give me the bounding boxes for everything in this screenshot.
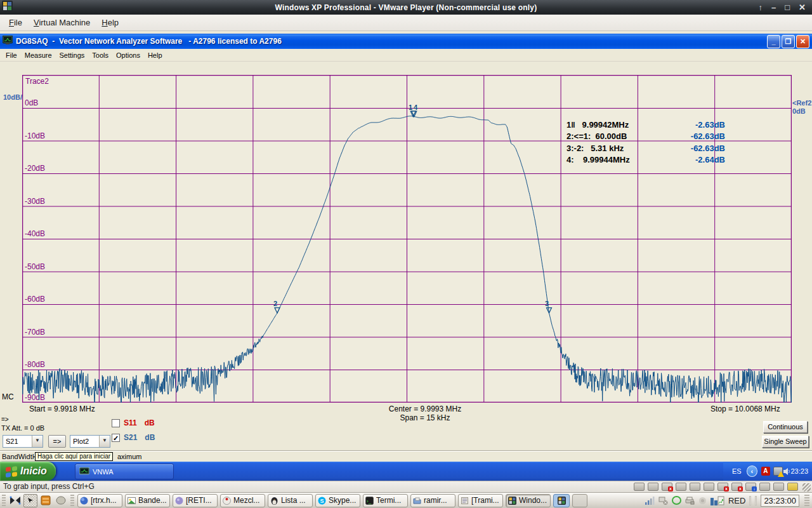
marker-4-label: 4 <box>414 104 418 111</box>
readout-3-value: -62.63dB <box>691 144 725 155</box>
file-cabinet-launcher-icon[interactable] <box>39 494 53 507</box>
device-hdd-icon[interactable] <box>634 483 645 491</box>
menu-help[interactable]: Help <box>96 16 124 29</box>
s11-checkbox[interactable] <box>112 419 120 427</box>
readout-1-value: -2.63dB <box>695 120 725 131</box>
ref-level-label: <Ref2 0dB <box>792 99 811 116</box>
signal-strength-icon[interactable] <box>645 497 655 505</box>
device-serial-icon[interactable] <box>773 483 784 491</box>
single-sweep-button[interactable]: Single Sweep <box>762 436 809 448</box>
vnwa-client-area: 10dB/ MC <Ref2 0dB <box>0 62 812 451</box>
device-sound-icon[interactable] <box>704 483 714 491</box>
device-usb-disconnected-icon[interactable]: x <box>717 483 728 491</box>
continuous-button[interactable]: Continuous <box>763 421 808 433</box>
folder-icon <box>413 497 421 505</box>
taskbar-window-skype[interactable]: S Skype... <box>315 494 360 507</box>
taskbar-window-reti[interactable]: [RETI... <box>173 494 218 507</box>
panel-separator <box>70 495 74 507</box>
marker-3-label: 3 <box>545 300 549 307</box>
vmware-logo-icon <box>2 1 13 14</box>
penguin-icon <box>270 497 278 505</box>
taskbar-window-ramir[interactable]: ramir... <box>410 494 455 507</box>
vmware-statusbar: To grab input, press Ctrl+G x x x ↓ <box>0 481 812 492</box>
taskbar-window-bande[interactable]: Bande... <box>125 494 170 507</box>
trace-markers <box>275 111 552 313</box>
start-button[interactable]: Inicio <box>0 462 56 481</box>
menu-file[interactable]: File <box>4 16 27 29</box>
vnwa-minimize-button[interactable]: _ <box>767 35 780 48</box>
route-arrow-label: => <box>1 416 9 423</box>
close-button[interactable]: ✕ <box>799 3 806 12</box>
show-desktop-button[interactable] <box>23 494 37 507</box>
inactive-spiral-icon[interactable] <box>698 497 707 505</box>
plot-select[interactable]: Plot2 ▼ <box>70 435 110 448</box>
vnwa-menu-settings[interactable]: Settings <box>58 50 91 60</box>
adobe-reader-tray-icon[interactable]: A <box>761 467 769 476</box>
device-display-disconnected-icon[interactable]: x <box>731 483 742 491</box>
unity-button[interactable]: ↑ <box>759 3 763 12</box>
taskbar-button-vnwa[interactable]: VNWA <box>75 464 174 479</box>
device-cdrom-icon[interactable] <box>648 483 658 491</box>
taskbar-empty-button[interactable] <box>572 494 587 507</box>
host-system-tray: RED 23:23:00 <box>645 495 812 507</box>
vnwa-menu-help[interactable]: Help <box>146 50 168 60</box>
mixer-icon <box>223 497 231 505</box>
chevron-down-icon[interactable]: ▼ <box>32 436 43 447</box>
vnwa-app-icon <box>3 36 13 47</box>
menu-virtual-machine[interactable]: Virtual Machine <box>29 16 95 29</box>
chevron-down-icon[interactable]: ▼ <box>99 436 110 447</box>
taskbar-vmware-icon-button[interactable] <box>553 494 570 507</box>
trace-title: Trace2 <box>25 77 49 86</box>
device-network-icon[interactable] <box>759 483 770 491</box>
taskbar-window-rtrx[interactable]: [rtrx.h... <box>77 494 122 507</box>
panel-grip[interactable] <box>804 495 809 506</box>
maximize-button[interactable]: □ <box>785 3 790 12</box>
taskbar-window-termi[interactable]: ›_ Termi... <box>363 494 408 507</box>
sphere-icon <box>80 497 88 505</box>
taskbar-window-mezcl[interactable]: Mezcl... <box>220 494 265 507</box>
workspace-launcher-icon[interactable] <box>54 494 68 507</box>
svg-text:-90dB: -90dB <box>25 393 45 402</box>
network-offline-icon[interactable] <box>658 497 668 505</box>
svg-text:-80dB: -80dB <box>25 360 45 369</box>
system-monitor-icon[interactable] <box>710 496 724 505</box>
vnwa-menu-file[interactable]: File <box>4 50 23 60</box>
minimize-button[interactable]: – <box>771 3 776 12</box>
y-scale-label: 10dB/ <box>3 93 22 101</box>
orb-icon <box>175 497 183 505</box>
xp-clock[interactable]: 23:23 <box>790 467 808 475</box>
print-job-icon[interactable] <box>685 497 695 505</box>
language-indicator[interactable]: ES <box>732 467 742 475</box>
panel-drag-handle[interactable] <box>2 495 6 507</box>
vnwa-menu-options[interactable]: Options <box>114 50 146 60</box>
device-usb-connected-icon[interactable]: ↓ <box>745 483 756 491</box>
sparam-select[interactable]: S21 ▼ <box>3 435 43 448</box>
taskbar-window-vmware-active[interactable]: Windo... <box>506 494 551 507</box>
vnwa-restore-button[interactable]: ❐ <box>782 35 795 48</box>
device-printer-icon[interactable] <box>690 483 700 491</box>
mc-label: MC <box>2 392 14 401</box>
xp-taskbar: Inicio VNWA ES ‹ A 23:23 <box>0 462 812 481</box>
taskbar-window-trami[interactable]: [Trami... <box>458 494 503 507</box>
readout-2-label: 2:<=1: 60.00dB <box>566 131 627 143</box>
svg-text:-20dB: -20dB <box>25 164 45 173</box>
vnwa-menu-measure[interactable]: Measure <box>23 50 58 60</box>
vnwa-titlebar: DG8SAQ - Vector Network Analyzer Softwar… <box>0 34 812 49</box>
s21-checkbox[interactable]: ✓ <box>112 434 120 442</box>
vnwa-close-button[interactable]: ✕ <box>796 35 809 48</box>
hide-icons-chevron-icon[interactable]: ‹ <box>747 465 757 477</box>
taskbar-window-lista[interactable]: Lista ... <box>268 494 313 507</box>
vm-status-tray-icon[interactable] <box>773 467 783 476</box>
vnwa-menu-tools[interactable]: Tools <box>90 50 114 60</box>
route-button[interactable]: => <box>48 435 66 448</box>
device-usb-controller-icon[interactable] <box>676 483 686 491</box>
vmware-notes-icon[interactable] <box>787 483 798 491</box>
svg-text:-50dB: -50dB <box>25 262 45 271</box>
window-manager-icon[interactable] <box>8 494 22 507</box>
network-name-label[interactable]: RED <box>728 496 745 505</box>
messenger-status-icon[interactable] <box>672 496 681 505</box>
host-clock[interactable]: 23:23:00 <box>761 495 799 507</box>
vm-device-icons: x x x ↓ <box>634 483 798 491</box>
device-floppy-disconnected-icon[interactable]: x <box>662 483 672 491</box>
window-resize-grip[interactable] <box>802 483 811 491</box>
